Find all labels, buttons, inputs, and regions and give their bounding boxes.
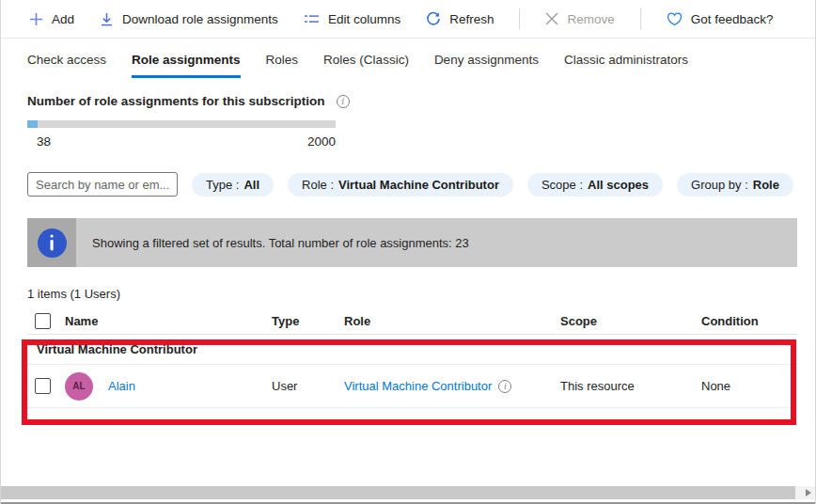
tab-roles-classic[interactable]: Roles (Classic) [323, 53, 409, 78]
download-label: Download role assignments [122, 12, 278, 26]
quota-progress-bar [27, 120, 336, 128]
pill-label: Group by : [691, 178, 748, 192]
download-role-assignments-button[interactable]: Download role assignments [100, 12, 278, 26]
select-all-checkbox[interactable] [35, 313, 51, 329]
role-assignments-page: Add Download role assignments Edit colum… [0, 0, 816, 504]
tab-role-assignments[interactable]: Role assignments [132, 53, 241, 78]
refresh-label: Refresh [449, 12, 494, 26]
highlight-rectangle [22, 339, 796, 425]
pill-label: Role : [302, 178, 334, 192]
tab-roles[interactable]: Roles [266, 53, 299, 78]
edit-columns-button[interactable]: Edit columns [304, 12, 400, 26]
info-banner-icon [38, 228, 67, 258]
quota-section: Number of role assignments for this subs… [27, 94, 815, 149]
download-icon [100, 12, 114, 26]
scrollbar-thumb[interactable] [1, 486, 795, 499]
info-banner: Showing a filtered set of results. Total… [27, 218, 797, 267]
filter-pill-scope[interactable]: Scope : All scopes [527, 173, 663, 197]
horizontal-scrollbar[interactable] [1, 486, 815, 499]
pill-value: All scopes [588, 178, 649, 192]
plus-icon [29, 12, 43, 26]
tab-deny-assignments[interactable]: Deny assignments [434, 53, 539, 78]
tab-bar: Check access Role assignments Roles Role… [1, 53, 815, 78]
edit-columns-label: Edit columns [328, 12, 400, 26]
column-header-condition[interactable]: Condition [701, 314, 797, 328]
filter-pill-type[interactable]: Type : All [192, 173, 274, 197]
pill-label: Scope : [541, 178, 583, 192]
tab-classic-administrators[interactable]: Classic administrators [564, 53, 688, 78]
info-banner-message: Showing a filtered set of results. Total… [92, 236, 469, 250]
column-header-name[interactable]: Name [65, 314, 272, 328]
quota-max: 2000 [307, 134, 336, 149]
remove-label: Remove [567, 12, 614, 26]
feedback-label: Got feedback? [691, 12, 774, 26]
info-icon[interactable]: i [337, 95, 350, 108]
pill-value: Virtual Machine Contributor [338, 178, 499, 192]
remove-x-icon [545, 12, 558, 25]
quota-title: Number of role assignments for this subs… [27, 94, 325, 108]
pill-value: All [243, 178, 259, 192]
add-button[interactable]: Add [29, 12, 74, 26]
refresh-icon [426, 11, 441, 26]
items-summary: 1 items (1 Users) [27, 287, 815, 301]
quota-progress-fill [27, 120, 38, 128]
got-feedback-button[interactable]: Got feedback? [667, 12, 774, 26]
add-label: Add [52, 12, 74, 26]
filter-pill-role[interactable]: Role : Virtual Machine Contributor [288, 173, 513, 197]
table-header-row: Name Type Role Scope Condition [27, 307, 797, 335]
remove-button[interactable]: Remove [545, 12, 614, 26]
column-header-scope[interactable]: Scope [560, 314, 701, 328]
info-banner-icon-box [27, 218, 76, 267]
tab-check-access[interactable]: Check access [27, 53, 106, 78]
filter-bar: Type : All Role : Virtual Machine Contri… [27, 172, 815, 197]
column-header-role[interactable]: Role [344, 314, 560, 328]
filter-pill-group-by[interactable]: Group by : Role [677, 173, 793, 197]
pill-value: Role [753, 178, 779, 192]
pill-label: Type : [206, 178, 239, 192]
refresh-button[interactable]: Refresh [426, 11, 494, 26]
search-input[interactable] [27, 172, 178, 197]
command-bar: Add Download role assignments Edit colum… [1, 0, 815, 39]
quota-labels: 38 2000 [27, 134, 336, 149]
quota-current: 38 [27, 134, 51, 149]
heart-icon [667, 12, 683, 26]
toolbar-divider [640, 8, 641, 29]
toolbar-divider [519, 8, 520, 29]
scrollbar-right-arrow-icon[interactable] [806, 489, 811, 496]
edit-columns-icon [304, 13, 320, 25]
column-header-type[interactable]: Type [272, 314, 344, 328]
